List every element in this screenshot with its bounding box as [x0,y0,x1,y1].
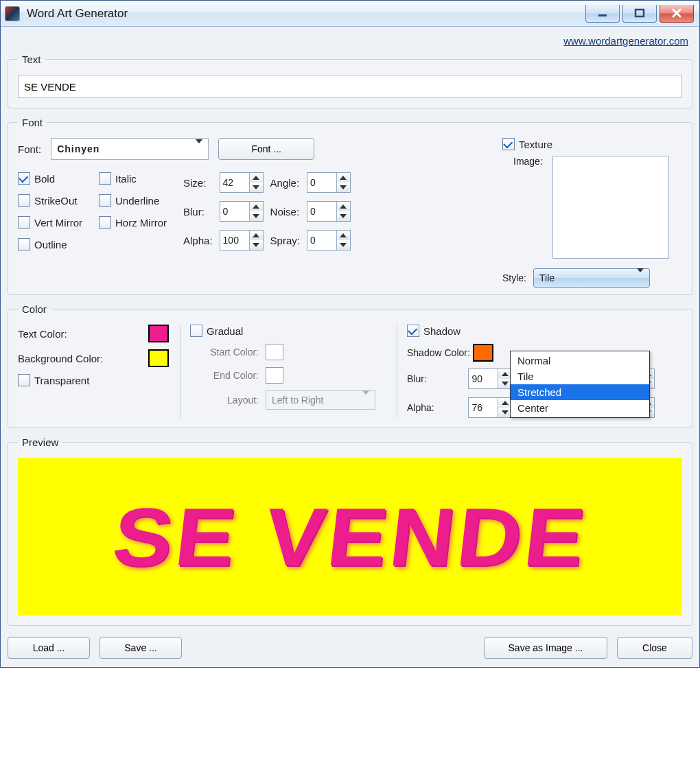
chevron-down-icon [362,395,369,406]
text-input[interactable] [18,75,682,98]
bottom-bar: Load ... Save ... Save as Image ... Clos… [8,634,692,659]
gradual-layout-label: Layout: [190,395,259,406]
load-button[interactable]: Load ... [8,637,90,659]
app-icon [5,6,20,21]
close-window-button[interactable] [660,5,694,23]
spray-spinner[interactable]: 0 [307,230,351,250]
transparent-checkbox[interactable] [18,374,30,386]
texture-image-well[interactable] [552,156,669,259]
window-controls [585,5,694,23]
texture-style-dropdown[interactable]: NormalTileStretchedCenter [510,351,650,418]
bg-color-label: Background Color: [18,353,103,364]
strikeout-label: StrikeOut [34,195,78,207]
website-link[interactable]: www.wordartgenerator.com [563,35,688,47]
save-as-image-button[interactable]: Save as Image ... [484,637,607,659]
vert-mirror-checkbox[interactable] [18,216,30,229]
underline-checkbox[interactable] [99,194,111,207]
gradual-label: Gradual [207,325,243,337]
shadow-alpha-spinner[interactable]: 76 [468,397,512,418]
gradual-column: Gradual Start Color: End Color: Layout: … [180,325,386,418]
noise-spinner[interactable]: 0 [307,201,351,222]
font-group: Font Font: Chinyen Font ... Bold Italic … [8,117,692,295]
spinner-up-icon [250,173,263,183]
font-browse-button[interactable]: Font ... [218,138,314,160]
style-option-normal[interactable]: Normal [511,353,649,369]
size-label: Size: [183,177,213,189]
alpha-label: Alpha: [183,235,213,246]
preview-text: SE VENDE [108,489,592,584]
titlebar: Word Art Generator [1,1,699,27]
text-group-legend: Text [18,54,45,65]
text-color-label: Text Color: [18,328,67,340]
svg-rect-0 [598,14,607,16]
italic-checkbox[interactable] [99,172,111,185]
shadow-color-label: Shadow Color: [407,347,470,358]
texture-image-label: Image: [513,156,543,167]
app-window: Word Art Generator www.wordartgenerator.… [0,0,700,668]
maximize-button[interactable] [622,5,657,23]
text-color-swatch[interactable] [148,325,169,342]
texture-block: Texture Image: Style: Tile [502,138,682,288]
angle-spinner[interactable]: 0 [307,172,351,193]
texture-style-label: Style: [502,272,526,283]
font-style-checks: Bold Italic StrikeOut Underline Vert Mir… [18,172,167,250]
texture-checkbox[interactable] [502,138,515,150]
font-group-legend: Font [18,117,47,128]
preview-area: SE VENDE [18,458,682,616]
texture-label: Texture [519,139,552,150]
shadow-color-swatch[interactable] [473,344,493,362]
color-group-legend: Color [18,303,51,315]
gradual-end-swatch [266,367,283,384]
noise-label: Noise: [270,206,300,218]
save-button[interactable]: Save ... [100,637,182,659]
blur-spinner[interactable]: 0 [220,201,264,222]
shadow-alpha-label: Alpha: [407,402,461,413]
font-name-display: Chinyen [57,143,100,154]
underline-label: Underline [115,195,159,207]
gradual-layout-select: Left to Right [266,390,375,410]
bold-checkbox[interactable] [18,172,30,185]
vert-mirror-label: Vert Mirror [34,217,82,229]
gradual-start-swatch [266,344,283,360]
outline-checkbox[interactable] [18,238,30,250]
preview-group: Preview SE VENDE [8,436,692,626]
gradual-layout-value: Left to Right [272,395,324,406]
close-button[interactable]: Close [617,637,692,659]
horz-mirror-checkbox[interactable] [99,216,111,229]
chevron-down-icon [637,272,644,283]
outline-label: Outline [34,239,67,250]
style-option-stretched[interactable]: Stretched [511,384,649,400]
shadow-checkbox[interactable] [407,325,419,337]
bold-label: Bold [34,173,55,185]
spray-label: Spray: [270,235,300,246]
horz-mirror-label: Horz Mirror [115,217,167,229]
preview-legend: Preview [18,436,62,448]
gradual-checkbox[interactable] [190,325,202,337]
window-title: Word Art Generator [27,7,128,21]
texture-style-select[interactable]: Tile [533,268,650,288]
style-option-center[interactable]: Center [511,400,649,416]
transparent-label: Transparent [34,375,89,386]
shadow-blur-spinner[interactable]: 90 [468,369,512,389]
shadow-blur-label: Blur: [407,373,461,384]
blur-label: Blur: [183,206,213,218]
website-link-row: www.wordartgenerator.com [8,32,692,54]
strikeout-checkbox[interactable] [18,194,30,207]
texture-style-value: Tile [539,272,555,283]
gradual-start-label: Start Color: [190,347,259,358]
spinner-down-icon [250,183,263,192]
client-area: www.wordartgenerator.com Text Font Font:… [1,27,699,667]
font-label: Font: [18,143,41,155]
color-basic-column: Text Color: Background Color: Transparen… [18,325,169,418]
gradual-end-label: End Color: [190,370,259,381]
style-option-tile[interactable]: Tile [511,369,649,384]
font-combobox[interactable]: Chinyen [51,138,209,160]
svg-rect-1 [635,10,644,16]
alpha-spinner[interactable]: 100 [220,230,264,250]
size-spinner[interactable]: 42 [220,172,264,193]
shadow-label: Shadow [423,325,460,337]
bg-color-swatch[interactable] [148,349,169,367]
minimize-button[interactable] [585,5,620,23]
angle-label: Angle: [270,177,300,189]
italic-label: Italic [115,173,137,185]
